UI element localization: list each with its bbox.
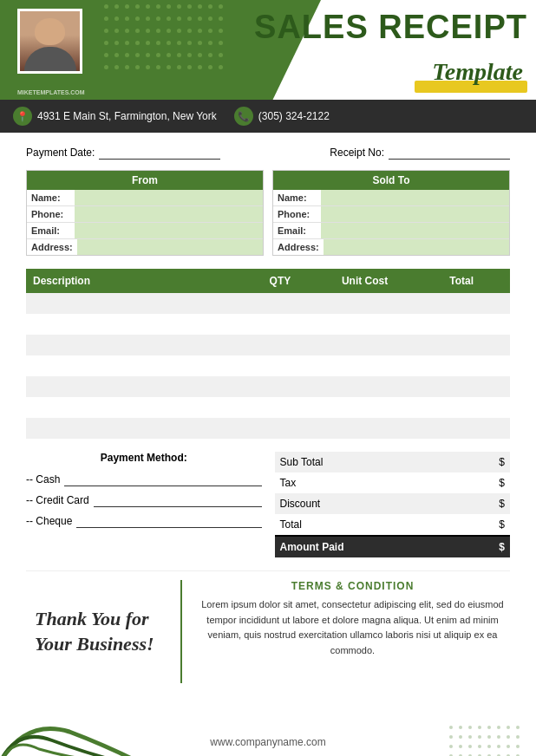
row-total[interactable]	[413, 418, 510, 439]
sold-to-name-value[interactable]	[321, 190, 509, 205]
row-qty[interactable]	[244, 355, 317, 376]
footer-dots-grid	[449, 726, 523, 756]
pm-cheque-item: -- Cheque	[26, 514, 262, 528]
row-desc[interactable]	[26, 335, 244, 355]
from-name-label: Name:	[27, 190, 75, 205]
from-table: From Name: Phone: Email: Address:	[26, 170, 264, 256]
footer-dots	[449, 726, 523, 756]
row-desc[interactable]	[26, 397, 244, 418]
pm-credit-card-line[interactable]	[94, 493, 262, 507]
subtotal-currency: $	[435, 452, 510, 472]
content-area: Payment Date: Receipt No: From Name: Pho…	[0, 133, 536, 696]
table-row	[26, 376, 510, 397]
totals-section: Sub Total $ Tax $ Discount $ Total $	[275, 452, 511, 557]
col-qty: QTY	[244, 269, 317, 293]
avatar-face	[20, 11, 80, 71]
top-fields: Payment Date: Receipt No:	[26, 146, 510, 160]
from-address-value[interactable]	[77, 239, 263, 255]
avatar-body	[24, 47, 76, 71]
amount-paid-label: Amount Paid	[275, 536, 435, 557]
header-dots	[104, 4, 278, 91]
sold-to-address-label: Address:	[273, 239, 324, 255]
from-address-label: Address:	[27, 239, 77, 255]
row-desc[interactable]	[26, 376, 244, 397]
row-qty[interactable]	[244, 314, 317, 335]
row-unit-cost[interactable]	[317, 376, 414, 397]
total-label: Total	[275, 514, 435, 536]
sold-to-header: Sold To	[273, 171, 509, 190]
subtotal-row: Sub Total $	[275, 452, 511, 472]
header-subtitle: Template	[432, 58, 523, 86]
avatar-head	[35, 18, 65, 45]
row-total[interactable]	[413, 376, 510, 397]
total-row: Total $	[275, 514, 511, 536]
row-qty[interactable]	[244, 418, 317, 439]
sold-to-email-value[interactable]	[321, 223, 509, 238]
table-row	[26, 418, 510, 439]
sold-to-phone-row: Phone:	[273, 206, 509, 223]
pm-cash-label: -- Cash	[26, 473, 60, 486]
from-email-row: Email:	[27, 223, 263, 239]
address-item-location: 📍 4931 E Main St, Farmington, New York	[13, 107, 217, 126]
payment-date-input[interactable]	[99, 146, 220, 160]
footer-right: TERMS & CONDITION Lorem ipsum dolor sit …	[195, 580, 510, 683]
phone-icon: 📞	[234, 107, 253, 126]
row-unit-cost[interactable]	[317, 418, 414, 439]
from-name-row: Name:	[27, 190, 263, 206]
row-total[interactable]	[413, 355, 510, 376]
row-unit-cost[interactable]	[317, 355, 414, 376]
sold-to-email-label: Email:	[273, 223, 321, 238]
pm-credit-card-label: -- Credit Card	[26, 494, 89, 506]
footer-website: www.companyname.com	[210, 736, 325, 748]
footer-curves	[0, 705, 139, 756]
row-total[interactable]	[413, 314, 510, 335]
row-qty[interactable]	[244, 376, 317, 397]
from-email-label: Email:	[27, 223, 75, 238]
sold-to-address-value[interactable]	[324, 239, 509, 255]
tax-row: Tax $	[275, 472, 511, 493]
col-description: Description	[26, 269, 244, 293]
watermark: MIKETEMPLATES.COM	[17, 89, 85, 95]
from-phone-value[interactable]	[75, 206, 263, 222]
row-unit-cost[interactable]	[317, 314, 414, 335]
row-desc[interactable]	[26, 314, 244, 335]
row-unit-cost[interactable]	[317, 397, 414, 418]
bottom-section: Payment Method: -- Cash -- Credit Card -…	[26, 452, 510, 557]
row-total[interactable]	[413, 293, 510, 314]
address-bar: 📍 4931 E Main St, Farmington, New York 📞…	[0, 100, 536, 133]
pm-cheque-label: -- Cheque	[26, 515, 72, 527]
row-desc[interactable]	[26, 293, 244, 314]
items-table-head: Description QTY Unit Cost Total	[26, 269, 510, 293]
from-name-value[interactable]	[75, 190, 263, 205]
pm-cash-line[interactable]	[64, 472, 261, 486]
row-qty[interactable]	[244, 397, 317, 418]
sold-to-name-label: Name:	[273, 190, 321, 205]
tax-currency: $	[435, 472, 510, 493]
footer-section: Thank You for Your Business! TERMS & CON…	[26, 570, 510, 683]
col-unit-cost: Unit Cost	[317, 269, 414, 293]
items-header-row: Description QTY Unit Cost Total	[26, 269, 510, 293]
address-item-phone: 📞 (305) 324-2122	[234, 107, 330, 126]
sold-to-phone-value[interactable]	[321, 206, 509, 222]
row-qty[interactable]	[244, 293, 317, 314]
payment-date-field: Payment Date:	[26, 146, 220, 160]
row-unit-cost[interactable]	[317, 293, 414, 314]
row-unit-cost[interactable]	[317, 335, 414, 355]
row-desc[interactable]	[26, 418, 244, 439]
receipt-no-input[interactable]	[389, 146, 510, 160]
pm-cheque-line[interactable]	[76, 514, 261, 528]
row-desc[interactable]	[26, 355, 244, 376]
row-qty[interactable]	[244, 335, 317, 355]
from-address-row: Address:	[27, 239, 263, 255]
row-total[interactable]	[413, 397, 510, 418]
discount-label: Discount	[275, 493, 435, 514]
terms-text: Lorem ipsum dolor sit amet, consectetur …	[195, 597, 510, 658]
amount-paid-currency: $	[435, 536, 510, 557]
discount-row: Discount $	[275, 493, 511, 514]
row-total[interactable]	[413, 335, 510, 355]
sold-to-table: Sold To Name: Phone: Email: Address:	[272, 170, 510, 256]
from-email-value[interactable]	[75, 223, 263, 238]
location-icon: 📍	[13, 107, 32, 126]
items-table-body	[26, 293, 510, 439]
table-row	[26, 397, 510, 418]
